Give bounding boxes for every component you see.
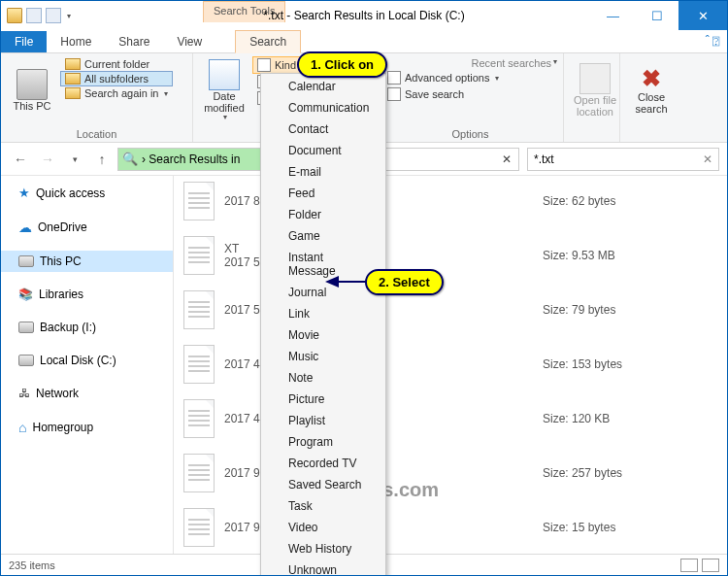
close-button[interactable]: ✕ [678, 1, 727, 30]
search-box[interactable]: *.txt ✕ [527, 148, 719, 171]
item-count: 235 items [9, 559, 55, 571]
address-text: Search Results in [149, 152, 240, 166]
kind-option-contact[interactable]: Contact [261, 119, 385, 140]
close-search-button[interactable]: ✖ Close search [626, 57, 677, 123]
help-icon[interactable]: ˆ ⍰ [706, 34, 719, 48]
kind-option-folder[interactable]: Folder [261, 204, 385, 225]
up-button[interactable]: ↑ [90, 148, 114, 171]
maximize-button[interactable]: ☐ [635, 1, 678, 30]
sidebar-onedrive[interactable]: OneDrive [1, 216, 173, 239]
file-size: Size: 257 bytes [543, 466, 717, 480]
file-size: Size: 9.53 MB [543, 249, 717, 262]
date-modified-button[interactable]: Date modified▾ [199, 57, 249, 123]
this-pc-button[interactable]: This PC [7, 57, 57, 123]
sidebar-network[interactable]: Network [1, 383, 173, 404]
result-row[interactable]: 2017 9:22 AMSize: 15 bytes [174, 502, 727, 554]
sidebar-local-disk[interactable]: Local Disk (C:) [1, 350, 173, 371]
large-icons-view-icon[interactable] [702, 559, 719, 572]
save-search-button[interactable]: Save search [383, 86, 557, 102]
kind-option-playlist[interactable]: Playlist [261, 410, 385, 431]
qat-item[interactable] [46, 8, 61, 23]
result-row[interactable]: XT2017 5:52 PMSize: 9.53 MB [174, 230, 727, 285]
menu-bar: File Home Share View Search ˆ ⍰ [1, 30, 727, 53]
app-icon [7, 8, 22, 23]
clear-search-icon[interactable]: ✕ [703, 152, 712, 166]
file-size: Size: 15 bytes [543, 521, 717, 534]
kind-option-communication[interactable]: Communication [261, 97, 385, 119]
kind-option-video[interactable]: Video [261, 517, 385, 538]
kind-option-note[interactable]: Note [261, 367, 385, 389]
cloud-icon [18, 220, 32, 235]
qat-dropdown-icon[interactable]: ▾ [67, 12, 71, 20]
sidebar-this-pc[interactable]: This PC [1, 251, 173, 272]
current-folder-button[interactable]: Current folder [61, 57, 172, 71]
all-subfolders-button[interactable]: All subfolders [61, 72, 172, 85]
tab-view[interactable]: View [163, 31, 215, 52]
save-icon [387, 87, 401, 101]
file-size: Size: 153 bytes [543, 357, 717, 371]
kind-option-program[interactable]: Program [261, 431, 385, 453]
pc-icon [18, 255, 34, 267]
navigation-pane: Quick access OneDrive This PC Libraries … [1, 176, 174, 554]
kind-option-calendar[interactable]: Calendar [261, 76, 385, 97]
back-button[interactable]: ← [9, 148, 32, 171]
kind-option-document[interactable]: Document [261, 140, 385, 161]
result-row[interactable]: 2017 4:04 PMSize: 153 bytes [174, 339, 727, 393]
kind-option-game[interactable]: Game [261, 225, 385, 247]
kind-option-picture[interactable]: Picture [261, 389, 385, 410]
tab-search[interactable]: Search [235, 30, 301, 53]
recent-searches-label: Recent searches [471, 57, 551, 69]
kind-option-unknown[interactable]: Unknown [261, 559, 385, 576]
kind-option-feed[interactable]: Feed [261, 183, 385, 204]
file-size: Size: 62 bytes [543, 194, 717, 208]
kind-option-movie[interactable]: Movie [261, 324, 385, 346]
sidebar-backup[interactable]: Backup (I:) [1, 317, 173, 338]
kind-option-e-mail[interactable]: E-mail [261, 161, 385, 183]
title-bar: ▾ Search Tools *.txt - Search Results in… [1, 1, 727, 30]
tab-home[interactable]: Home [47, 31, 105, 52]
star-icon [18, 186, 30, 200]
result-row[interactable]: 2017 8:46 PMSize: 62 bytes [174, 176, 727, 230]
file-icon [183, 182, 215, 220]
result-row[interactable]: 2017 4:03 PMSize: 120 KB [174, 393, 727, 448]
kind-option-web-history[interactable]: Web History [261, 538, 385, 559]
minimize-button[interactable]: — [591, 1, 635, 30]
sidebar-quick-access[interactable]: Quick access [1, 182, 173, 204]
folder-icon [65, 87, 81, 99]
results-list[interactable]: 2017 8:46 PMSize: 62 bytesXT2017 5:52 PM… [174, 176, 727, 554]
file-icon [183, 345, 215, 384]
search-icon [122, 152, 138, 166]
group-label-options: Options [383, 126, 557, 140]
forward-button: → [36, 148, 59, 171]
drive-icon [18, 355, 34, 366]
arrow-2 [331, 273, 370, 294]
sidebar-homegroup[interactable]: Homegroup [1, 416, 173, 439]
file-icon [183, 290, 215, 329]
file-menu[interactable]: File [1, 31, 47, 52]
file-size: Size: 120 KB [543, 412, 717, 425]
kind-option-saved-search[interactable]: Saved Search [261, 474, 385, 495]
history-dropdown[interactable]: ▾ [63, 148, 86, 171]
network-icon [18, 387, 30, 400]
kind-option-task[interactable]: Task [261, 495, 385, 517]
folder-icon [65, 58, 81, 70]
kind-option-link[interactable]: Link [261, 303, 385, 324]
kind-option-recorded-tv[interactable]: Recorded TV [261, 453, 385, 474]
this-pc-label: This PC [13, 100, 50, 112]
details-view-icon[interactable] [680, 559, 698, 572]
sidebar-libraries[interactable]: Libraries [1, 284, 173, 305]
tab-share[interactable]: Share [105, 31, 163, 52]
library-icon [18, 288, 33, 301]
kind-option-music[interactable]: Music [261, 346, 385, 367]
advanced-options-button[interactable]: Advanced options▾ [383, 70, 557, 85]
open-location-icon [579, 63, 611, 94]
gear-icon [387, 71, 401, 85]
calendar-icon [209, 59, 240, 90]
search-again-button[interactable]: Search again in▾ [61, 86, 172, 100]
result-row[interactable]: 2017 5:21 PMSize: 79 bytes [174, 285, 727, 339]
stop-button[interactable]: ✕ [495, 152, 518, 166]
callout-1: 1. Click on [297, 51, 387, 78]
qat-item[interactable] [26, 8, 42, 23]
homegroup-icon [18, 420, 26, 435]
result-row[interactable]: 2017 9:22 AMSize: 257 bytes [174, 448, 727, 502]
